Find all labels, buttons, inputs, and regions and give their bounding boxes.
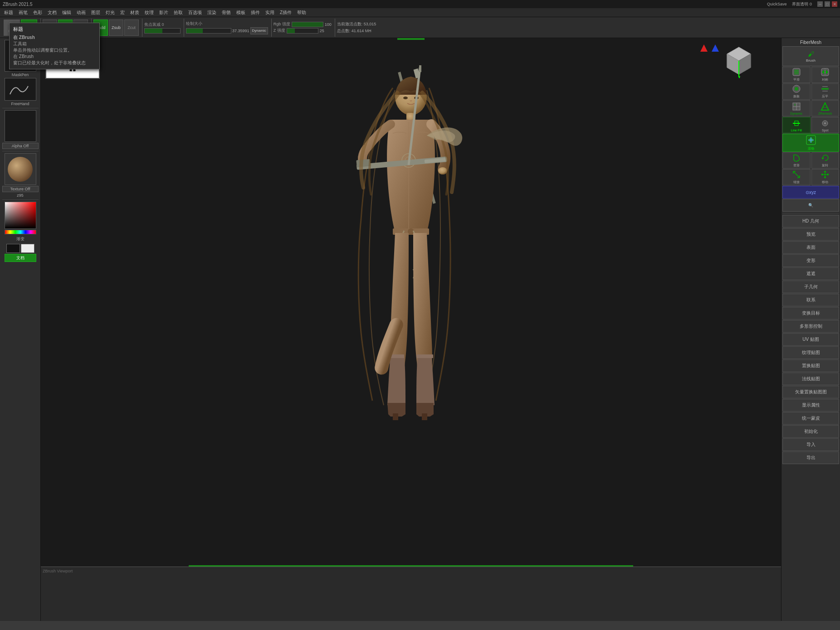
import-btn[interactable]: 导入 [782,438,839,451]
tooltip-line2: 工具箱 [13,41,96,47]
zcut-button[interactable]: Zcut [124,19,139,36]
menu-cailiao[interactable]: 材质 [128,9,142,16]
mirror-label: 对称 [822,78,828,82]
deform-btn[interactable]: 变形 [782,152,811,169]
normal-map-btn[interactable]: 法线贴图 [782,373,839,385]
dynamic-subdiv-btn[interactable]: D Dynamic [782,100,811,116]
left-divider-1 [2,108,39,108]
brush-tool-btn[interactable]: 🖌 Brush [782,46,839,66]
texture-map-btn[interactable]: 纹理贴图 [782,346,839,359]
displacement-map-btn[interactable]: 置换贴图 [782,359,839,372]
rgb-intensity-slider[interactable] [292,22,323,27]
multimap-group-btn[interactable]: 多形形控制 [782,320,839,333]
svg-marker-74 [821,173,823,176]
scale-btn[interactable]: 缩放 [782,169,811,185]
menu-biaoti[interactable]: 标题 [2,9,15,16]
dynamic-label-right: Dynamic [790,112,802,115]
flatten-btn[interactable]: 压平 [811,83,840,100]
menu-bianji[interactable]: 编辑 [60,9,73,16]
texture-label[interactable]: Texture Off [2,186,39,192]
alpha-preview[interactable] [5,110,36,142]
color-gradient[interactable] [5,202,36,229]
rotate-btn[interactable]: 旋转 [811,152,840,169]
preview-btn[interactable]: 预览 [782,228,839,241]
rotate-label: 旋转 [822,163,828,168]
menu-wenli[interactable]: 纹理 [142,9,156,16]
focal-shift-slider[interactable] [144,28,181,34]
dynamic-button[interactable]: Dynamic [250,27,268,34]
transparency-label: 界面透明 0 [792,1,812,7]
menu-yingpian[interactable]: 影片 [157,9,171,16]
deform-menu-btn[interactable]: 变形 [782,254,839,267]
menu-secai[interactable]: 色彩 [31,9,44,16]
total-points-label: 总点数: 41.614 MH [337,28,376,34]
stroke-preview[interactable] [5,78,36,101]
active-label: 活动 [808,146,814,151]
viewport[interactable]: ▼ ZBrush Viewport [41,38,781,621]
texture-preview[interactable] [5,153,36,185]
xyz-button[interactable]: ⊙xyz [782,186,839,199]
close-button[interactable]: ✕ [832,1,837,7]
menu-hong[interactable]: 宏 [118,9,127,16]
menu-huabi[interactable]: 画笔 [16,9,30,16]
visibility-btn[interactable]: 遮遮 [782,267,839,280]
point-info-group: 当前激活点数: 53,015 总点数: 41.614 MH [335,19,378,37]
zremesh-btn[interactable]: ZRemesh [811,100,840,116]
left-divider-2 [2,151,39,151]
move-btn[interactable]: 移动 [811,169,840,185]
search-btn[interactable]: 🔍 [782,199,839,212]
viewport-gizmo[interactable]: ▼ [724,45,754,80]
hd-geometry-btn[interactable]: HD 几何 [782,215,839,228]
foreground-color-swatch[interactable] [6,244,20,253]
svg-marker-73 [824,177,826,179]
tooltip-body: 在 ZBrush 工具箱 单击并拖动以调整窗口位置。 在 ZBrush 窗口已经… [13,34,96,66]
switch-colors-button[interactable]: 文档 [5,254,36,262]
menu-baixuan[interactable]: 百选项 [186,9,204,16]
alpha-label[interactable]: Alpha Off [2,143,39,149]
surface-btn[interactable]: 表面 [782,241,839,254]
svg-marker-75 [827,173,829,176]
menu-muban[interactable]: 模板 [234,9,248,16]
vector-displacement-btn[interactable]: 矢量置换贴图图 [782,386,839,398]
color-picker[interactable] [5,202,36,234]
z-intensity-label: Z 强度 [273,28,285,34]
mirror-btn[interactable]: 对称 [811,67,840,83]
uv-map-btn[interactable]: UV 贴图 [782,333,839,346]
menu-xuanran[interactable]: 渲染 [205,9,219,16]
swatch-row [6,244,34,253]
sub-geometry-btn[interactable]: 子几何 [782,281,839,293]
minimize-button[interactable]: ─ [817,1,823,7]
menu-wendang[interactable]: 文档 [45,9,59,16]
menu-help[interactable]: 帮助 [295,9,308,16]
zsub-button[interactable]: Zsub [109,19,123,36]
tool-btn2[interactable]: Spot [811,117,840,133]
color-hue-bar[interactable] [5,230,36,234]
svg-point-59 [824,122,826,124]
z-intensity-slider[interactable] [287,28,318,34]
maximize-button[interactable]: □ [825,1,830,7]
menu-zplugin[interactable]: Z插件 [278,9,294,16]
smooth-btn[interactable]: 平滑 [782,67,811,83]
draw-size-group: 绘制大小 37.35991 Dynamic [184,19,270,37]
linefill-btn[interactable]: Line Fill [782,117,811,133]
svg-text:D: D [794,103,796,106]
display-properties-btn[interactable]: 显示属性 [782,399,839,412]
menu-dengguang[interactable]: 灯光 [103,9,117,16]
svg-marker-54 [821,103,829,110]
brush-icon-right: 🖌 [808,50,814,58]
unify-skin-btn[interactable]: 统一蒙皮 [782,412,839,425]
menu-ququ[interactable]: 拾取 [171,9,185,16]
inflate-btn[interactable]: 膨胀 [782,83,811,100]
menu-tuceng[interactable]: 图层 [89,9,103,16]
initialize-btn[interactable]: 初始化 [782,425,839,438]
morph-target-btn[interactable]: 变换目标 [782,307,839,320]
menu-gutou[interactable]: 骨骼 [220,9,233,16]
export-btn[interactable]: 导出 [782,451,839,464]
relations-btn[interactable]: 联系 [782,294,839,306]
menu-chajian[interactable]: 插件 [249,9,262,16]
menu-donghua[interactable]: 动画 [74,9,88,16]
background-color-swatch[interactable] [21,244,34,253]
active-tool-btn[interactable]: 活动 [782,134,839,152]
menu-shiyong[interactable]: 实用 [263,9,277,16]
draw-size-slider[interactable] [186,28,231,34]
